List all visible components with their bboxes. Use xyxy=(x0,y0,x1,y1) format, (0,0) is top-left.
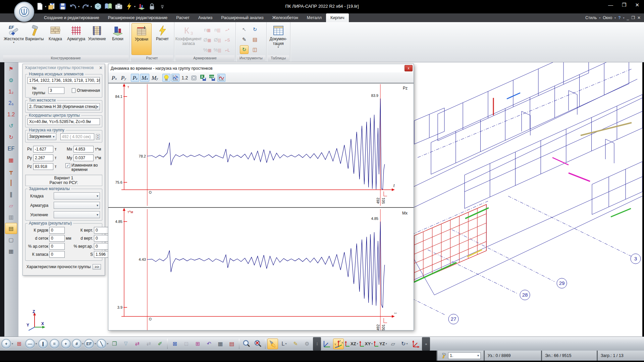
frame-floors-tool[interactable]: ▤ xyxy=(226,339,237,349)
lamp-icon[interactable] xyxy=(162,74,170,82)
component-py-toggle[interactable]: Py xyxy=(119,74,128,82)
frame-wire-tool[interactable]: ▦ xyxy=(215,339,226,349)
tab-4[interactable]: Анализ xyxy=(194,13,217,22)
dimension-12-icon[interactable]: 1.2 xyxy=(5,109,17,120)
book-icon[interactable] xyxy=(104,2,113,11)
tab-3[interactable]: Расчет xyxy=(172,13,194,22)
anchor-star-icon[interactable]: ⌐* xyxy=(225,27,229,33)
block-restore-tool[interactable]: ⊞ xyxy=(192,339,203,349)
k-vert-input[interactable]: 0 xyxy=(94,227,109,234)
gear-icon[interactable]: ⚙ xyxy=(5,75,17,86)
update-fragment-icon[interactable]: ↻ xyxy=(240,45,249,54)
pct-vert-input[interactable]: 0 xyxy=(94,243,109,250)
block-axes-tool[interactable]: ⊡ xyxy=(181,339,192,349)
time-variation-checkbox[interactable]: ✓ xyxy=(65,163,70,168)
k-safety-input[interactable]: 0 xyxy=(49,251,65,258)
pz-chart-pane[interactable]: т84.175.678.283.9PzOt492501 xyxy=(108,83,414,207)
flip-fragment-tool[interactable]: ⇄ xyxy=(132,339,143,349)
dimension-line-tool[interactable]: L▾ xyxy=(279,339,289,349)
mark-vertical-tool[interactable]: ∥ xyxy=(38,339,48,349)
reinforce-material-select[interactable] xyxy=(54,211,100,218)
mdi-restore-button[interactable]: ❐ xyxy=(631,15,635,20)
d-mesh-input[interactable]: 0 xyxy=(49,235,65,242)
k-rows-input[interactable]: 0 xyxy=(49,227,65,234)
calculate-button[interactable]: Расчет xyxy=(152,23,172,55)
gear-edit-tool[interactable]: ⚙ xyxy=(302,339,312,349)
mark-element-tool[interactable]: —▾ xyxy=(25,339,37,349)
variants-button[interactable]: Варианты xyxy=(24,23,45,55)
toolbar-overflow-button[interactable]: » xyxy=(422,337,430,351)
numbering-12-icon[interactable]: 1₂ xyxy=(5,86,17,97)
mesh-plate-icon[interactable]: ▦ xyxy=(5,246,17,257)
component-mx-toggle[interactable]: Mx xyxy=(140,74,149,82)
load-step-input[interactable]: 492 ( 4.920 сек) xyxy=(60,133,94,140)
rebar-button[interactable]: Арматура xyxy=(66,23,86,55)
view-xy-tool[interactable]: XY▾ xyxy=(359,339,373,349)
curves-icon[interactable]: 21 xyxy=(171,74,179,82)
excel-export-icon[interactable]: X xyxy=(199,74,207,82)
mark-horizontal-tool[interactable]: = xyxy=(49,339,60,349)
zoom-tool[interactable] xyxy=(241,339,252,349)
material-number-select[interactable]: 1. xyxy=(448,352,481,359)
tab-8[interactable]: Кирпич xyxy=(326,13,348,22)
reinforce-button[interactable]: Усиление xyxy=(87,23,107,55)
mark-stiffness-tool[interactable]: EF▾ xyxy=(84,339,96,349)
stiffness-button[interactable]: EF Жесткости▾ xyxy=(4,23,24,55)
block-rotate-tool[interactable]: ↶ xyxy=(204,339,214,349)
source-elements-input[interactable]: 1754, 1922, 1736, 1928, 1718, 1700, 1682… xyxy=(28,77,100,84)
block-3d-icon[interactable]: ▥ xyxy=(5,212,17,223)
component-my-toggle[interactable]: My xyxy=(150,74,159,82)
blocks-refresh-icon[interactable]: ◫ xyxy=(251,45,259,54)
axes-view-tool[interactable] xyxy=(322,339,332,349)
component-pz-toggle[interactable]: Pz xyxy=(131,74,139,82)
toolbar-grip[interactable]: ⁞ xyxy=(313,337,321,351)
strength-expand-button[interactable]: >> xyxy=(93,264,101,269)
tab-1[interactable]: Создание и редактирование xyxy=(40,13,104,22)
diagram-icon[interactable] xyxy=(137,2,146,11)
stiffness-ef-icon[interactable]: EF xyxy=(5,143,17,154)
graph-window-icon[interactable] xyxy=(217,74,225,82)
model-3d-icon[interactable] xyxy=(94,2,102,11)
tab-6[interactable]: Железобетон xyxy=(268,13,302,22)
mark-node-group-tool[interactable]: ⊞ xyxy=(14,339,24,349)
px-input[interactable]: -1.627 xyxy=(33,146,53,153)
csv-export-icon[interactable]: CSV xyxy=(208,74,216,82)
marked-checkbox[interactable] xyxy=(72,88,76,93)
tab-7[interactable]: Металл xyxy=(303,13,326,22)
refresh-icon[interactable]: ↻ xyxy=(251,25,259,34)
restore-button[interactable]: ❐ xyxy=(622,2,626,8)
rebar-material-select[interactable] xyxy=(54,202,100,209)
group-number-input[interactable]: 3 xyxy=(48,87,64,94)
mx-input[interactable]: 4.853 xyxy=(73,146,94,153)
open-file-icon[interactable] xyxy=(48,2,57,11)
window-menu[interactable]: Окно xyxy=(603,15,612,20)
brush-tool[interactable]: ✐ xyxy=(155,339,165,349)
column-icon[interactable]: ❚ xyxy=(5,189,17,200)
numbering-26-icon[interactable]: 2₆ xyxy=(5,98,17,109)
anchor-l-icon[interactable]: ⌐L xyxy=(225,47,230,53)
tab-2[interactable]: Расширенное редактирование xyxy=(104,13,172,22)
diameter-mesh-icon[interactable]: Ø▦ xyxy=(203,37,211,43)
view-yz-tool[interactable]: YZ▾ xyxy=(373,339,387,349)
levels-button[interactable]: Уровни xyxy=(131,23,152,55)
perspective-tool[interactable]: ▱ xyxy=(388,339,398,349)
tab-5[interactable]: Расширенный анализ xyxy=(217,13,268,22)
app-logo-icon[interactable] xyxy=(14,2,34,22)
floors-icon[interactable]: ▤ xyxy=(5,223,17,234)
mark-line-tool[interactable]: ╲▾ xyxy=(97,339,108,349)
strength-link[interactable]: Характеристики прочности группы xyxy=(26,264,91,269)
color-pen-icon[interactable]: ✎ xyxy=(240,35,249,44)
masonry-material-select[interactable] xyxy=(54,192,100,199)
mx-time-history-chart[interactable]: т*м4.853.94.434.85MxO↔492501 xyxy=(108,208,414,331)
masonry-button[interactable]: Кладка xyxy=(45,23,65,55)
mark-grid-tool[interactable]: #▾ xyxy=(72,339,84,349)
flip-fragment-disabled-tool[interactable]: ⇄ xyxy=(143,339,154,349)
pz-time-history-chart[interactable]: т84.175.678.283.9PzOt492501 xyxy=(108,83,414,207)
percent-mesh-icon[interactable]: %▦ xyxy=(203,47,212,53)
documentation-button[interactable]: Докумен- тация▾ xyxy=(268,23,288,55)
undo-icon[interactable] xyxy=(69,2,77,11)
s-area-input[interactable]: 1.596 xyxy=(94,251,109,258)
blocks-button[interactable]: Блоки xyxy=(108,23,128,55)
spotlight-tool[interactable] xyxy=(267,339,278,349)
diameter-vert-icon[interactable]: Ø||| xyxy=(214,37,221,43)
